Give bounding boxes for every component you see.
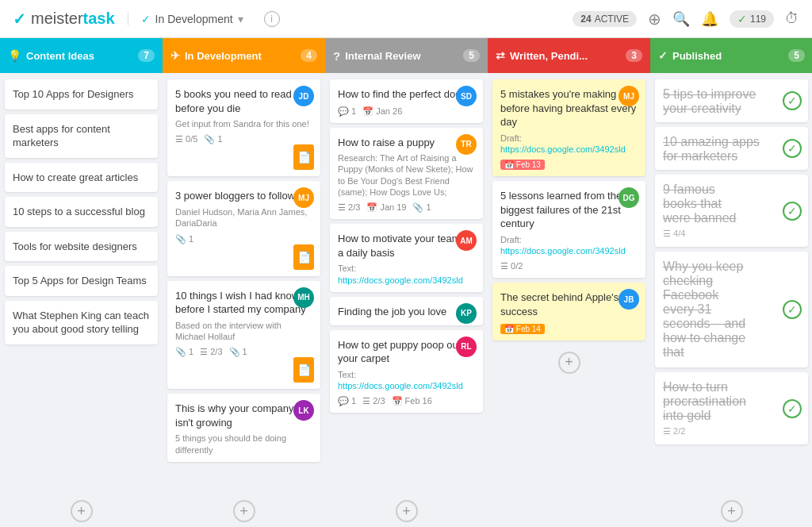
info-icon: i bbox=[264, 11, 280, 27]
add-card-button[interactable]: + bbox=[233, 500, 255, 522]
search-icon[interactable]: 🔍 bbox=[672, 10, 690, 28]
card-title: This is why your company isn't growing bbox=[175, 402, 312, 429]
timer-icon[interactable]: ⏱ bbox=[785, 10, 799, 27]
list-item[interactable]: How to create great articles bbox=[5, 163, 158, 193]
list-item[interactable]: 5 tips to improve your creativity ✓ bbox=[655, 79, 808, 122]
logo-check: ✓ bbox=[13, 10, 26, 29]
breadcrumb-arrow: ▾ bbox=[238, 13, 243, 25]
written-pending-count: 3 bbox=[626, 49, 642, 62]
add-icon[interactable]: ⊕ bbox=[648, 10, 661, 29]
col-header-published: ✓ Published 5 bbox=[650, 38, 812, 73]
list-item[interactable]: MJ 3 power bloggers to follow Daniel Hud… bbox=[167, 181, 320, 275]
date-badge: 📅 Feb 14 bbox=[500, 324, 545, 334]
card-title: Why you keep checking Facebook every 31 … bbox=[663, 260, 776, 360]
clip-icon: 📎 1 bbox=[175, 234, 193, 244]
list-item[interactable]: TR How to raise a puppy Research: The Ar… bbox=[330, 128, 483, 220]
column-content-ideas: 💡 Content Ideas 7 Top 10 Apps for Design… bbox=[0, 38, 163, 527]
list-item[interactable]: JD 5 books you need to read before you d… bbox=[167, 79, 320, 176]
card-title: Finding the job you love bbox=[338, 305, 475, 319]
subtask-icon: ☰ 2/3 bbox=[362, 396, 385, 406]
card-meta: 📎 1 bbox=[175, 234, 312, 244]
list-item[interactable]: AM How to motivate your team on a daily … bbox=[330, 224, 483, 292]
published-title: Published bbox=[672, 50, 783, 62]
col-header-internal-review: ? Internal Review 5 bbox=[325, 38, 488, 73]
content-ideas-body: Top 10 Apps for Designers Best apps for … bbox=[0, 73, 163, 495]
subtask-icon: ☰ 2/3 bbox=[200, 347, 222, 357]
check-icon: ✓ bbox=[783, 300, 802, 319]
column-internal-review: ? Internal Review 5 SD How to find the p… bbox=[325, 38, 488, 527]
card-subtitle: Draft: https://docs.google.com/3492sld bbox=[500, 133, 638, 156]
list-item[interactable]: DG 5 lessons learned from the biggest fa… bbox=[492, 181, 645, 278]
card-meta: ☰ 2/2 bbox=[663, 426, 685, 437]
avatar: TR bbox=[456, 134, 477, 155]
list-item[interactable]: 9 famous books that were banned ☰ 4/4 ✓ bbox=[655, 175, 808, 247]
list-item[interactable]: Top 10 Apps for Designers bbox=[5, 79, 158, 110]
logo-text: meistertask bbox=[31, 10, 115, 28]
card-title: 5 mistakes you're making before having b… bbox=[500, 87, 638, 129]
avatar: KP bbox=[456, 303, 477, 324]
card-subtitle: Text: https://docs.google.com/3492sld bbox=[338, 369, 475, 392]
card-title: How to motivate your team on a daily bas… bbox=[338, 232, 475, 260]
card-title: 10 steps to a successful blog bbox=[13, 205, 150, 219]
add-card-button[interactable]: + bbox=[396, 500, 418, 522]
card-meta: ☰ 2/3 📅 Jan 19 📎 1 bbox=[338, 202, 475, 213]
avatar: JD bbox=[293, 86, 314, 106]
list-item[interactable]: Why you keep checking Facebook every 31 … bbox=[655, 252, 808, 367]
breadcrumb-check: ✓ bbox=[141, 13, 151, 25]
internal-review-icon: ? bbox=[333, 49, 340, 63]
logo[interactable]: ✓ meistertask bbox=[13, 10, 115, 29]
active-label: ACTIVE bbox=[595, 13, 629, 25]
list-item[interactable]: JB The secret behind Apple's success 📅 F… bbox=[492, 283, 645, 340]
column-published: ✓ Published 5 5 tips to improve your cre… bbox=[650, 38, 812, 527]
list-item[interactable]: Tools for website designers bbox=[5, 232, 158, 262]
published-count: 5 bbox=[788, 49, 805, 62]
in-development-icon: ✈ bbox=[170, 49, 180, 62]
content-ideas-icon: 💡 bbox=[8, 49, 21, 62]
list-item[interactable]: MH 10 things I wish I had known before I… bbox=[167, 281, 320, 390]
internal-review-body: SD How to find the perfect dog 💬 1 📅 Jan… bbox=[325, 73, 488, 495]
list-item[interactable]: 10 steps to a successful blog bbox=[5, 197, 158, 227]
calendar-icon: 📅 Jan 19 bbox=[366, 202, 406, 213]
add-card-button[interactable]: + bbox=[71, 500, 93, 522]
list-item[interactable]: LK This is why your company isn't growin… bbox=[167, 394, 320, 462]
card-meta: ☰ 4/4 bbox=[663, 229, 685, 239]
column-in-development: ✈ In Development 4 JD 5 books you need t… bbox=[163, 38, 325, 527]
card-meta: 📎 1 ☰ 2/3 📎 1 bbox=[175, 347, 312, 357]
content-ideas-count: 7 bbox=[138, 49, 155, 62]
list-item[interactable]: KP Finding the job you love bbox=[330, 297, 483, 325]
list-item[interactable]: How to turn procrastination into gold ☰ … bbox=[655, 372, 808, 444]
internal-review-footer: + bbox=[325, 495, 488, 527]
card-title: Tools for website designers bbox=[13, 240, 150, 254]
add-card-button[interactable]: + bbox=[721, 500, 743, 522]
published-body: 5 tips to improve your creativity ✓ 10 a… bbox=[650, 73, 812, 495]
add-card-button[interactable]: + bbox=[558, 352, 580, 374]
content-ideas-title: Content Ideas bbox=[26, 50, 133, 62]
list-item[interactable]: Best apps for content marketers bbox=[5, 114, 158, 158]
kanban-board: 💡 Content Ideas 7 Top 10 Apps for Design… bbox=[0, 38, 812, 527]
info-button[interactable]: i bbox=[264, 11, 280, 27]
card-title: How to raise a puppy bbox=[338, 136, 475, 150]
check-icon: ✓ bbox=[783, 399, 802, 418]
card-meta: ☰ 0/5 📎 1 bbox=[175, 134, 312, 144]
col-header-in-development: ✈ In Development 4 bbox=[163, 38, 325, 73]
avatar: RL bbox=[456, 337, 477, 357]
internal-review-title: Internal Review bbox=[345, 50, 458, 62]
card-title: 10 amazing apps for marketers bbox=[663, 135, 776, 163]
in-development-body: JD 5 books you need to read before you d… bbox=[163, 73, 325, 495]
col-header-written-pending: ⇄ Written, Pendi... 3 bbox=[488, 38, 650, 73]
list-item[interactable]: 10 amazing apps for marketers ✓ bbox=[655, 127, 808, 170]
doc-icon: 📄 bbox=[293, 144, 314, 170]
list-item[interactable]: Top 5 Apps for Design Teams bbox=[5, 266, 158, 296]
bell-icon[interactable]: 🔔 bbox=[701, 10, 718, 28]
list-item[interactable]: RL How to get puppy poop out of your car… bbox=[330, 330, 483, 414]
card-title: How to get puppy poop out of your carpet bbox=[338, 338, 475, 366]
card-subtitle: Text: https://docs.google.com/3492sld bbox=[338, 263, 475, 286]
list-item[interactable]: MJ 5 mistakes you're making before havin… bbox=[492, 79, 645, 176]
in-development-count: 4 bbox=[301, 49, 317, 62]
card-title: How to find the perfect dog bbox=[338, 87, 475, 102]
written-pending-title: Written, Pendi... bbox=[510, 50, 621, 62]
comment-icon: 💬 1 bbox=[338, 106, 356, 117]
in-development-footer: + bbox=[163, 495, 325, 527]
list-item[interactable]: What Stephen King can teach you about go… bbox=[5, 301, 158, 344]
list-item[interactable]: SD How to find the perfect dog 💬 1 📅 Jan… bbox=[330, 79, 483, 123]
